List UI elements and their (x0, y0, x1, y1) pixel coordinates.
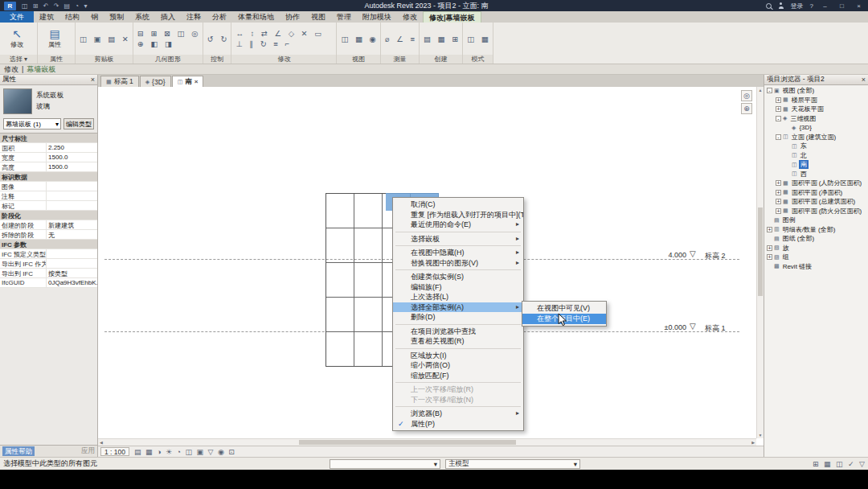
tree-item[interactable]: + ▦ 面积平面 (人防分区面积) (764, 179, 868, 188)
tree-expander-icon[interactable]: - (776, 134, 781, 140)
property-row[interactable]: 面积 2.250 (0, 143, 97, 153)
tree-expander-icon[interactable] (784, 162, 790, 167)
context-menu-item[interactable]: 下一次平移/缩放(N) (393, 395, 523, 405)
ribbon-tab[interactable]: 协作 (280, 11, 305, 23)
tree-expander-icon[interactable]: + (776, 106, 781, 112)
tree-item[interactable]: + ▦ 面积平面 (防火分区面积) (764, 207, 868, 216)
ribbon-big-button[interactable]: ↖ 修改 (4, 28, 30, 49)
type-selector-dropdown[interactable]: 幕墙嵌板 (1) ▾ (3, 118, 61, 129)
ribbon-group-label[interactable]: 几何图形 (133, 55, 203, 64)
view-tab[interactable]: ◈ {3D} (140, 76, 171, 87)
context-menu-item[interactable]: 取消(C) (393, 199, 523, 210)
tree-item-label[interactable]: 组 (781, 253, 791, 261)
scroll-left-icon[interactable]: ◀ (100, 440, 103, 445)
tree-expander-icon[interactable]: + (767, 245, 772, 251)
context-menu-item[interactable]: ✓ 属性(P) (393, 419, 523, 429)
tree-item-label[interactable]: 楼层平面 (790, 96, 819, 105)
tree-expander-icon[interactable] (767, 264, 772, 269)
property-row[interactable]: 导出到 IFC 作为 (0, 259, 97, 269)
close-icon[interactable]: × (862, 76, 866, 84)
ribbon-tab[interactable]: 修改 (397, 11, 423, 23)
tree-expander-icon[interactable]: + (776, 190, 781, 195)
tree-item[interactable]: - ◈ 三维视图 (764, 114, 868, 124)
close-button[interactable]: × (854, 2, 864, 10)
property-row[interactable]: IFC 参数 (0, 240, 97, 249)
apply-button[interactable]: 应用 (81, 446, 95, 456)
close-icon[interactable]: × (91, 76, 95, 84)
search-icon[interactable] (766, 3, 772, 9)
tree-item[interactable]: ▤ 图例 (764, 216, 868, 225)
close-view-icon[interactable]: × (194, 78, 199, 85)
ribbon-group-label[interactable]: 控制 (203, 55, 231, 64)
property-value[interactable] (47, 201, 97, 210)
property-row[interactable]: 创建的阶段 新建建筑 (0, 220, 97, 230)
drawing-area[interactable]: 4.000 ▽ 标高 2 ±0.000 ▽ 标高 1 ◎ ⊕ (98, 87, 764, 446)
tree-expander-icon[interactable] (784, 171, 790, 177)
context-menu-item[interactable]: 编辑族(F) (393, 282, 523, 293)
view-tab[interactable]: ◫ 南 × (172, 76, 204, 87)
context-menu-item[interactable]: 删除(D) (393, 312, 523, 323)
scrollbar-thumb[interactable] (299, 440, 516, 445)
ribbon-group-icons[interactable]: ↔ ↕ ⇄ ∠ ◇ ✕ ▭ ⊥ ∥ ↻ ≡ ⌐ (235, 28, 332, 49)
tree-expander-icon[interactable] (784, 125, 790, 130)
tree-expander-icon[interactable] (767, 217, 772, 223)
worksets-dropdown[interactable]: ▾ (330, 459, 440, 469)
ribbon-group-icons[interactable]: ⌀ ∠ ≡ (385, 34, 415, 44)
design-options-dropdown[interactable]: 主模型 ▾ (445, 459, 580, 469)
tree-item[interactable]: ◫ 东 (764, 142, 868, 151)
ribbon-tab[interactable]: 建筑 (34, 11, 59, 23)
properties-header[interactable]: 属性 × (0, 75, 97, 85)
tree-item[interactable]: ▩ Revit 链接 (764, 262, 868, 272)
ribbon-group-label[interactable]: 视图 (337, 55, 380, 64)
tree-item[interactable]: + ▧ 族 (764, 244, 868, 253)
selection-toggle-icons[interactable]: ⊞ ▦ ◫ ✓ ▽ (813, 460, 865, 468)
property-row[interactable]: 拆除的阶段 无 (0, 230, 97, 240)
tree-item[interactable]: ◫ 南 (764, 160, 868, 170)
help-icon[interactable]: ? (810, 2, 813, 10)
context-menu-item[interactable]: 浏览器(B) ▸ (393, 409, 523, 419)
steering-wheel-icon[interactable]: ◎ (741, 90, 752, 101)
property-value[interactable]: 0JQa9H3vfEhbK... (47, 278, 97, 287)
ribbon-tab[interactable]: 预制 (104, 11, 129, 23)
property-row[interactable]: 图像 (0, 182, 97, 191)
tree-expander-icon[interactable]: - (767, 88, 772, 93)
tree-item-label[interactable]: 面积平面 (净面积) (790, 188, 845, 197)
ribbon-group-icons[interactable]: ◫ ▣ ▤ ✕ (80, 34, 129, 44)
context-menu-item[interactable]: 替换视图中的图形(V) ▸ (393, 258, 523, 269)
tree-item-label[interactable]: 南 (799, 160, 809, 169)
tree-item-label[interactable]: {3D} (797, 124, 813, 131)
ribbon-big-button[interactable]: ▤ 属性 (42, 28, 68, 49)
ribbon-tab[interactable]: 视图 (305, 11, 331, 23)
tree-item[interactable]: + ▥ 明细表/数量 (全部) (764, 225, 868, 235)
tree-item-label[interactable]: 三维视图 (788, 114, 817, 123)
tree-item-label[interactable]: 立面 (建筑立面) (790, 133, 838, 142)
project-browser-header[interactable]: 项目浏览器 - 项目2 × (764, 75, 868, 85)
ribbon-tab[interactable]: 系统 (129, 11, 155, 23)
ribbon-tab[interactable]: 文件 (0, 11, 34, 23)
ribbon-tab[interactable]: 附加模块 (357, 11, 397, 23)
tree-item-label[interactable]: 天花板平面 (790, 105, 825, 113)
ribbon-group-label[interactable]: 创建 (420, 55, 462, 64)
property-value[interactable] (47, 182, 97, 191)
tree-expander-icon[interactable] (784, 143, 790, 149)
ribbon-group-label[interactable]: 测量 (381, 55, 419, 64)
property-row[interactable]: 导出到 IFC 按类型 (0, 269, 97, 278)
vertical-scrollbar[interactable]: ▲ ▼ (756, 87, 764, 438)
property-row[interactable]: IfcGUID 0JQa9H3vfEhbK... (0, 278, 97, 288)
property-row[interactable]: 标记 (0, 201, 97, 211)
tree-expander-icon[interactable]: + (776, 180, 781, 186)
ribbon-tab[interactable]: 注释 (181, 11, 207, 23)
context-menu-item[interactable]: 在视图中隐藏(H) ▸ (393, 248, 523, 258)
signin-button[interactable]: 登录 (791, 2, 804, 10)
tree-item[interactable]: ◫ 西 (764, 170, 868, 179)
tree-item-label[interactable]: 东 (799, 142, 809, 150)
tree-item-label[interactable]: 族 (781, 244, 791, 253)
tree-item-label[interactable]: 面积平面 (总建筑面积) (790, 197, 858, 206)
context-menu-item[interactable]: 缩放匹配(F) (393, 371, 523, 381)
tree-expander-icon[interactable]: + (767, 227, 772, 232)
scroll-down-icon[interactable]: ▼ (757, 433, 764, 438)
ribbon-tab[interactable]: 体量和场地 (232, 11, 280, 23)
context-menu-item[interactable]: 最近使用的命令(E) ▸ (393, 220, 523, 230)
property-row[interactable]: 尺寸标注 (0, 134, 97, 143)
context-menu-item[interactable]: 上次选择(L) (393, 292, 523, 302)
